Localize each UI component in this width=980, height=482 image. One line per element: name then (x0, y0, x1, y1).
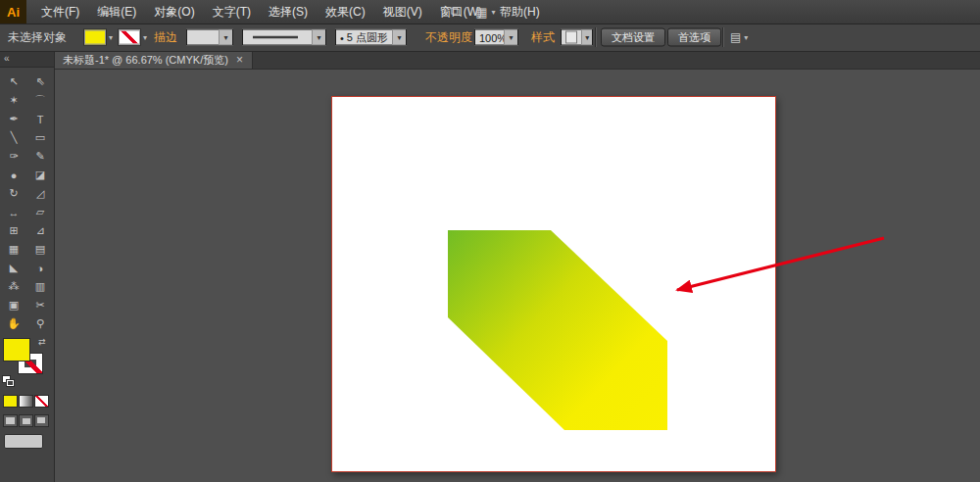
pen-tool[interactable]: ✒ (1, 110, 27, 128)
slice-tool[interactable]: ✂ (27, 296, 54, 314)
gradient-shape[interactable] (332, 97, 775, 471)
swap-fill-stroke-icon[interactable]: ⇄ (38, 337, 46, 347)
perspective-grid-tool[interactable]: ⊿ (27, 221, 54, 240)
control-bar: 未选择对象 ▾ ▾ 描边 ▾ ▾ • 5 点圆形 ▾ 不透明度 100 (0, 24, 980, 52)
tools-grid: ↖⇖✶⌒✒T╲▭✑✎●◪↻◿↔▱⊞⊿▦▤◣◑⁂▥▣✂✋⚲ (0, 72, 54, 333)
chevron-down-icon[interactable]: ▾ (219, 30, 232, 45)
type-tool[interactable]: T (27, 110, 54, 128)
close-icon[interactable]: × (236, 53, 243, 67)
illustrator-window: Ai 文件(F)编辑(E)对象(O)文字(T)选择(S)效果(C)视图(V)窗口… (0, 0, 980, 482)
column-graph-tool[interactable]: ▥ (27, 277, 54, 296)
opacity-label[interactable]: 不透明度 (425, 29, 472, 46)
direct-selection-tool[interactable]: ⇖ (27, 72, 54, 91)
menu-item-6[interactable]: 视图(V) (374, 0, 431, 24)
collapse-icon: « (4, 53, 10, 64)
chevron-down-icon[interactable]: ▾ (143, 33, 147, 42)
draw-inside-button[interactable] (35, 415, 48, 426)
width-profile-combo[interactable]: ▾ (242, 29, 326, 46)
bridge-icon[interactable]: ⧉ (451, 4, 460, 20)
style-label[interactable]: 样式 (531, 29, 555, 46)
panel-menu-control[interactable]: ▤ ▾ (730, 30, 748, 44)
paintbrush-tool[interactable]: ✑ (1, 147, 27, 166)
menu-item-4[interactable]: 选择(S) (260, 0, 317, 24)
none-slash-icon (35, 396, 48, 407)
separator (595, 27, 596, 47)
fill-color-control[interactable]: ▾ (84, 30, 113, 45)
separator (722, 27, 723, 47)
eraser-tool[interactable]: ◪ (27, 166, 54, 184)
stroke-profile-preview (253, 36, 298, 39)
chevron-down-icon[interactable]: ▾ (744, 33, 748, 42)
stroke-color-control[interactable]: ▾ (119, 30, 147, 45)
scale-tool[interactable]: ◿ (27, 184, 54, 203)
eyedropper-tool[interactable]: ◣ (1, 259, 27, 277)
preferences-button[interactable]: 首选项 (667, 28, 721, 47)
chevron-down-icon[interactable]: ▾ (109, 33, 113, 42)
free-transform-tool[interactable]: ▱ (27, 203, 54, 221)
menu-item-2[interactable]: 对象(O) (145, 0, 203, 24)
mesh-tool[interactable]: ▦ (1, 240, 27, 259)
menu-item-1[interactable]: 编辑(E) (88, 0, 145, 24)
chevron-down-icon[interactable]: ▾ (492, 8, 496, 17)
default-fill-stroke-icon[interactable] (3, 376, 15, 386)
hand-tool[interactable]: ✋ (1, 314, 27, 333)
menu-item-0[interactable]: 文件(F) (32, 0, 88, 24)
draw-normal-button[interactable] (4, 415, 17, 426)
color-button[interactable] (4, 396, 17, 407)
blend-tool[interactable]: ◑ (27, 259, 54, 277)
lasso-tool[interactable]: ⌒ (27, 91, 54, 110)
menu-bar: Ai 文件(F)编辑(E)对象(O)文字(T)选择(S)效果(C)视图(V)窗口… (0, 0, 980, 24)
opacity-value: 100% (475, 31, 504, 43)
document-tab[interactable]: 未标题-1* @ 66.67% (CMYK/预览) × (54, 51, 253, 69)
draw-behind-button[interactable] (20, 415, 32, 426)
gradient-button[interactable] (20, 396, 32, 407)
drawing-modes-row (0, 415, 54, 426)
menu-item-8[interactable]: 帮助(H) (491, 0, 549, 24)
chevron-down-icon[interactable]: ▾ (312, 30, 325, 45)
fill-stroke-indicator: ⇄ (0, 337, 54, 392)
shape-builder-tool[interactable]: ⊞ (1, 221, 27, 240)
document-tab-bar: 未标题-1* @ 66.67% (CMYK/预览) × (54, 51, 980, 70)
stroke-swatch[interactable] (119, 30, 140, 45)
arrange-documents-icon[interactable]: ▦▾ (475, 5, 495, 20)
stroke-weight-combo[interactable]: ▾ (186, 29, 233, 46)
menu-item-3[interactable]: 文字(T) (204, 0, 260, 24)
blob-brush-tool[interactable]: ● (1, 166, 27, 184)
app-logo-icon: Ai (0, 0, 26, 24)
line-segment-tool[interactable]: ╲ (1, 128, 27, 147)
screen-mode-button[interactable] (4, 434, 43, 449)
style-swatch-combo[interactable]: ▾ (561, 29, 593, 46)
none-slash-icon (120, 31, 139, 44)
chevron-down-icon[interactable]: ▾ (504, 30, 517, 45)
gradient-tool[interactable]: ▤ (27, 240, 54, 259)
chevron-down-icon[interactable]: ▾ (581, 30, 592, 45)
panel-icon[interactable]: ▤ (730, 30, 741, 44)
menu-item-5[interactable]: 效果(C) (317, 0, 374, 24)
brush-definition-combo[interactable]: • 5 点圆形 ▾ (335, 29, 407, 46)
stroke-label[interactable]: 描边 (154, 29, 177, 46)
chevron-down-icon[interactable]: ▾ (392, 30, 406, 45)
viewport[interactable] (54, 70, 980, 482)
rotate-tool[interactable]: ↻ (1, 184, 27, 203)
style-swatch-preview (565, 31, 577, 44)
menu-right-icons: ⧉▦▾ (451, 0, 496, 24)
artboard-tool[interactable]: ▣ (1, 296, 27, 314)
panel-collapse-button[interactable]: « (0, 51, 54, 68)
zoom-tool[interactable]: ⚲ (27, 314, 54, 333)
brush-value: 5 点圆形 (347, 30, 388, 45)
selection-tool[interactable]: ↖ (1, 72, 27, 91)
symbol-sprayer-tool[interactable]: ⁂ (1, 277, 27, 296)
fill-swatch[interactable] (84, 30, 106, 45)
fill-proxy[interactable] (4, 339, 29, 361)
none-button[interactable] (35, 396, 48, 407)
opacity-combo[interactable]: 100% ▾ (474, 29, 518, 46)
paint-mode-row (0, 396, 54, 407)
artboard[interactable] (331, 96, 776, 472)
document-setup-button[interactable]: 文档设置 (601, 28, 665, 47)
pencil-tool[interactable]: ✎ (27, 147, 54, 166)
rectangle-tool[interactable]: ▭ (27, 128, 54, 147)
width-tool[interactable]: ↔ (1, 203, 27, 221)
document-title: 未标题-1* @ 66.67% (CMYK/预览) (63, 53, 228, 68)
selection-status: 未选择对象 (8, 29, 67, 46)
magic-wand-tool[interactable]: ✶ (1, 91, 27, 110)
